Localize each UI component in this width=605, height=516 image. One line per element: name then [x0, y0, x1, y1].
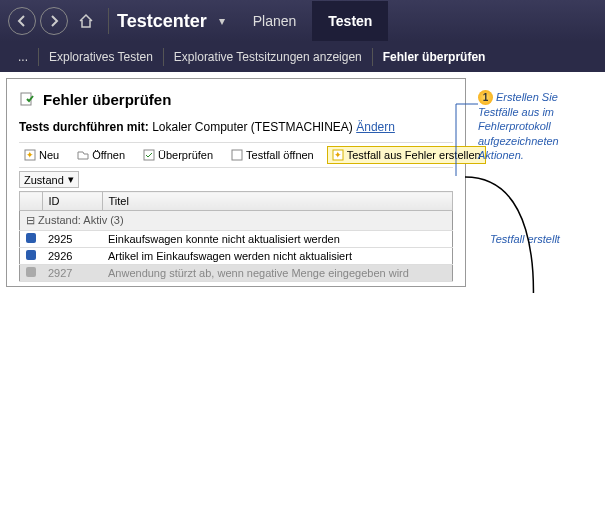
open-button[interactable]: Öffnen: [72, 146, 130, 164]
col-title[interactable]: Titel: [102, 192, 453, 211]
create-testcase-button[interactable]: ✦ Testfall aus Fehler erstellen: [327, 146, 486, 164]
nav-divider: [108, 8, 109, 34]
open-testcase-button[interactable]: Testfall öffnen: [226, 146, 319, 164]
subnav-fehler[interactable]: Fehler überprüfen: [373, 50, 496, 64]
table-row[interactable]: 2925Einkaufswagen konnte nicht aktualisi…: [20, 231, 453, 248]
zustand-filter[interactable]: Zustand▾: [19, 171, 79, 188]
bug-icon: [26, 233, 36, 243]
app-dropdown-icon[interactable]: ▾: [219, 14, 225, 28]
tab-planen[interactable]: Planen: [237, 1, 313, 41]
subnav-sitzungen[interactable]: Explorative Testsitzungen anzeigen: [164, 50, 372, 64]
panel-toolbar: ✦ Neu Öffnen Überprüfen Testfall öffnen …: [19, 142, 453, 168]
svg-text:✦: ✦: [26, 150, 34, 160]
change-link[interactable]: Ändern: [356, 120, 395, 134]
run-label: Tests durchführen mit:: [19, 120, 149, 134]
callout-1: 1Erstellen Sie Testfälle aus im Fehlerpr…: [478, 90, 600, 162]
col-id[interactable]: ID: [42, 192, 102, 211]
table-row[interactable]: 2927Anwendung stürzt ab, wenn negative M…: [20, 265, 453, 282]
home-button[interactable]: [74, 9, 98, 33]
svg-rect-4: [232, 150, 242, 160]
top-nav: Testcenter ▾ Planen Testen: [0, 0, 605, 42]
chevron-down-icon: ▾: [68, 173, 74, 186]
new-button[interactable]: ✦ Neu: [19, 146, 64, 164]
app-title: Testcenter: [117, 11, 207, 32]
svg-rect-3: [144, 150, 154, 160]
group-header[interactable]: ⊟ Zustand: Aktiv (3): [20, 211, 453, 231]
bugs-grid: ID Titel ⊟ Zustand: Aktiv (3) 2925Einkau…: [19, 191, 453, 282]
subnav-exploratives[interactable]: Exploratives Testen: [39, 50, 163, 64]
bug-check-icon: [19, 89, 37, 110]
subnav-more[interactable]: ...: [8, 50, 38, 64]
run-value: Lokaler Computer (TESTMACHINEA): [152, 120, 353, 134]
forward-button[interactable]: [40, 7, 68, 35]
svg-text:✦: ✦: [334, 150, 342, 160]
panel-title-text: Fehler überprüfen: [43, 91, 171, 108]
badge-1: 1: [478, 90, 493, 105]
callout-mid: Testfall erstellt: [490, 232, 560, 246]
sub-nav: ... Exploratives Testen Explorative Test…: [0, 42, 605, 72]
tab-testen[interactable]: Testen: [312, 1, 388, 41]
back-button[interactable]: [8, 7, 36, 35]
bug-icon: [26, 267, 36, 277]
col-expand[interactable]: [20, 192, 43, 211]
verify-button[interactable]: Überprüfen: [138, 146, 218, 164]
bug-icon: [26, 250, 36, 260]
table-row[interactable]: 2926Artikel im Einkaufswagen werden nich…: [20, 248, 453, 265]
verify-bugs-panel: Fehler überprüfen Tests durchführen mit:…: [6, 78, 466, 287]
